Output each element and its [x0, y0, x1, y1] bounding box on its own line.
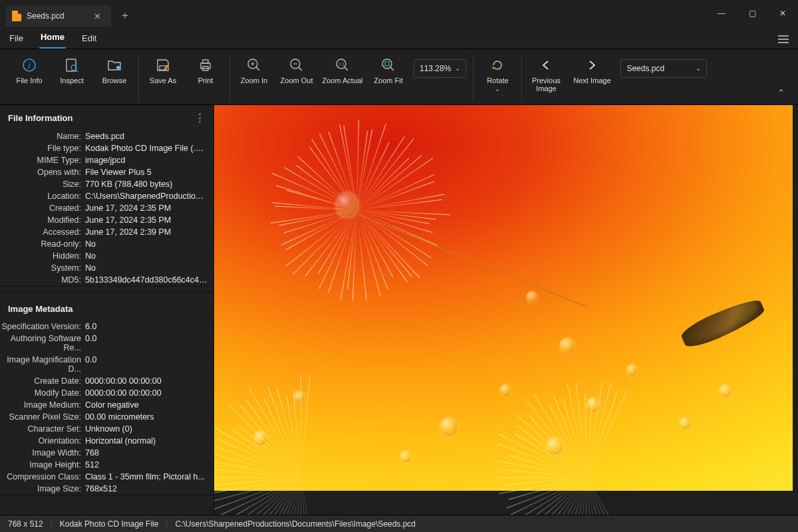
- info-value: 6.0: [85, 322, 213, 331]
- zoom-fit-icon: [380, 57, 397, 74]
- info-value: Color negative: [85, 400, 213, 410]
- info-value: Seeds.pcd: [85, 132, 213, 141]
- info-key: Specification Version:: [0, 322, 85, 331]
- new-tab-button[interactable]: ＋: [115, 5, 135, 25]
- zoom-value: 113.28%: [420, 64, 451, 73]
- info-row: MD5:5b133349dc447dd380c66c4c4fc5f592: [0, 274, 213, 286]
- panel-menu-icon[interactable]: ⋮: [195, 112, 205, 124]
- zoom-out-icon: [288, 57, 305, 74]
- info-value: 0.0: [85, 355, 213, 374]
- rotate-button[interactable]: Rotate⌄: [477, 55, 517, 93]
- info-row: Modified:June 17, 2024 2:35 PM: [0, 214, 213, 226]
- info-row: Authoring Software Re...0.0: [0, 332, 213, 354]
- svg-line-4: [76, 70, 78, 72]
- info-value: 00.00 micrometers: [85, 412, 213, 422]
- info-value: 768x512: [85, 484, 213, 493]
- info-row: Name:Seeds.pcd: [0, 130, 213, 142]
- info-key: Modified:: [0, 215, 85, 225]
- info-value: image/jpcd: [85, 156, 213, 165]
- close-window-button[interactable]: ✕: [767, 0, 798, 27]
- info-key: Accessed:: [0, 227, 85, 237]
- svg-rect-8: [201, 63, 210, 68]
- titlebar: Seeds.pcd ✕ ＋ — ▢ ✕: [0, 0, 798, 27]
- statusbar: 768 x 512 Kodak Photo CD Image File C:\U…: [0, 515, 798, 532]
- svg-line-16: [344, 67, 348, 70]
- print-icon: [197, 57, 214, 74]
- info-key: Image Width:: [0, 448, 85, 458]
- info-panel: File Information ⋮ Name:Seeds.pcdFile ty…: [0, 105, 214, 515]
- print-button[interactable]: Print: [186, 55, 225, 85]
- info-value: No: [85, 251, 213, 261]
- info-value: 5b133349dc447dd380c66c4c4fc5f592: [85, 275, 213, 285]
- info-key: File type:: [0, 144, 85, 153]
- menu-file[interactable]: File: [8, 29, 25, 49]
- menu-home[interactable]: Home: [39, 28, 66, 49]
- minimize-button[interactable]: —: [706, 0, 737, 27]
- svg-text:+: +: [116, 65, 120, 71]
- image-viewport[interactable]: [214, 105, 798, 515]
- info-row: Specification Version:6.0: [0, 321, 213, 332]
- maximize-button[interactable]: ▢: [737, 0, 767, 27]
- folder-icon: +: [106, 57, 123, 74]
- hamburger-menu-icon[interactable]: [777, 31, 790, 49]
- info-row: Orientation:Horizontal (normal): [0, 435, 213, 447]
- document-tab[interactable]: Seeds.pcd ✕: [5, 5, 111, 27]
- info-key: MIME Type:: [0, 156, 85, 165]
- inspect-button[interactable]: Inspect: [52, 55, 92, 85]
- info-value: June 17, 2024 2:39 PM: [85, 227, 213, 237]
- info-value: No: [85, 239, 213, 249]
- info-key: Hidden:: [0, 251, 85, 261]
- info-row: Size:770 KB (788,480 bytes): [0, 178, 213, 190]
- info-value: 770 KB (788,480 bytes): [85, 180, 213, 189]
- next-image-button[interactable]: Next Image: [569, 55, 615, 85]
- save-as-button[interactable]: Save As: [143, 55, 183, 85]
- info-row: Location:C:\Users\SharpenedProductions\D…: [0, 190, 213, 202]
- file-select-dropdown[interactable]: Seeds.pcd ⌄: [620, 59, 707, 78]
- collapse-ribbon-icon[interactable]: ⌃: [769, 88, 793, 103]
- svg-text:1:1: 1:1: [338, 62, 344, 66]
- info-row: Opens with:File Viewer Plus 5: [0, 166, 213, 178]
- info-key: Image Magnification D...: [0, 355, 85, 374]
- info-key: Create Date:: [0, 376, 85, 386]
- menu-edit[interactable]: Edit: [80, 29, 98, 49]
- info-key: Created:: [0, 203, 85, 213]
- info-value: Unknown (0): [85, 424, 213, 434]
- status-path: C:\Users\SharpenedProductions\Documents\…: [167, 519, 424, 529]
- svg-line-19: [390, 67, 394, 70]
- info-value: 512: [85, 460, 213, 469]
- info-key: Scanner Pixel Size:: [0, 412, 85, 422]
- tab-title: Seeds.pcd: [27, 11, 65, 21]
- info-key: Image Medium:: [0, 400, 85, 410]
- info-value: No: [85, 263, 213, 273]
- previous-image-button[interactable]: Previous Image: [526, 55, 566, 93]
- info-row: Image Medium:Color negative: [0, 399, 213, 411]
- ribbon: i File Info Inspect + Browse Save As Pri…: [0, 49, 798, 105]
- menubar: File Home Edit: [0, 27, 798, 49]
- info-key: Compression Class:: [0, 472, 85, 481]
- file-info-button[interactable]: i File Info: [9, 55, 49, 85]
- zoom-in-button[interactable]: Zoom In: [234, 55, 274, 85]
- info-value: June 17, 2024 2:35 PM: [85, 203, 213, 213]
- status-filetype: Kodak Photo CD Image File: [52, 519, 168, 529]
- zoom-level-dropdown[interactable]: 113.28% ⌄: [414, 59, 466, 78]
- zoom-out-button[interactable]: Zoom Out: [277, 55, 317, 85]
- info-key: Opens with:: [0, 168, 85, 177]
- zoom-actual-button[interactable]: 1:1 Zoom Actual: [319, 55, 366, 85]
- svg-line-12: [256, 67, 259, 70]
- chevron-down-icon: ⌄: [696, 65, 701, 72]
- close-tab-icon[interactable]: ✕: [92, 11, 103, 21]
- rotate-icon: [489, 57, 506, 74]
- info-key: System:: [0, 263, 85, 273]
- zoom-fit-button[interactable]: Zoom Fit: [368, 55, 408, 85]
- chevron-left-icon: [537, 57, 555, 74]
- status-dimensions: 768 x 512: [0, 519, 52, 529]
- svg-point-18: [382, 59, 392, 68]
- chevron-right-icon: [583, 57, 600, 74]
- info-row: MIME Type:image/jpcd: [0, 154, 213, 166]
- save-icon: [154, 57, 172, 74]
- info-key: Read-only:: [0, 239, 85, 249]
- browse-button[interactable]: + Browse: [94, 55, 134, 85]
- info-key: Image Size:: [0, 484, 85, 493]
- info-row: Image Height:512: [0, 459, 213, 471]
- zoom-in-icon: [245, 57, 263, 74]
